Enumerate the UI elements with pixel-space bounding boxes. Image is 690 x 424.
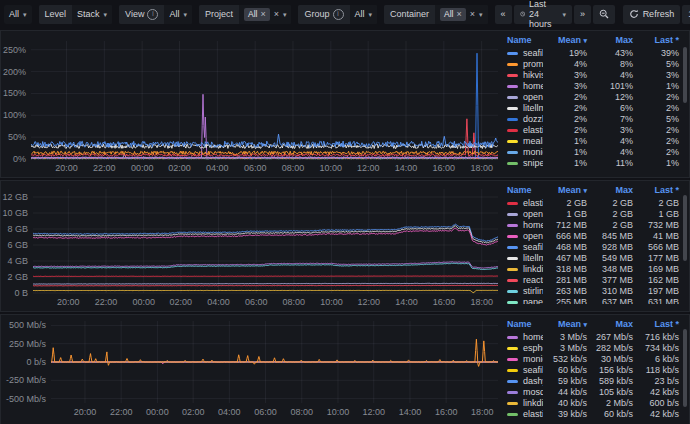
legend-row[interactable]: seafile 19% 43% 39% bbox=[505, 48, 681, 59]
series-name[interactable]: prometheus-linux bbox=[523, 59, 543, 69]
filter-level-value[interactable]: Stack bbox=[77, 9, 100, 19]
legend-row[interactable]: mosquitto 44 kb/s 105 kb/s 42 kb/s bbox=[505, 387, 681, 398]
filter-view[interactable]: View All▾ bbox=[119, 5, 192, 24]
legend-header-max[interactable]: Max bbox=[589, 35, 635, 48]
legend-header-last[interactable]: Last * bbox=[635, 319, 681, 332]
series-name[interactable]: seafile bbox=[523, 242, 543, 252]
series-name[interactable]: dozzle-agent bbox=[523, 114, 543, 124]
legend-header-name[interactable]: Name bbox=[505, 319, 543, 332]
memory-usage-chart[interactable]: 0 B2 GB4 GB6 GB8 GB10 GB12 GB20:0022:000… bbox=[1, 181, 501, 311]
legend-header-max[interactable]: Max bbox=[589, 319, 635, 332]
series-name[interactable]: mosquitto bbox=[523, 387, 543, 397]
series-name[interactable]: paperless bbox=[523, 297, 543, 304]
series-name[interactable]: elasticsearch bbox=[523, 198, 543, 208]
clear-all-icon[interactable]: × bbox=[274, 10, 279, 19]
legend-row[interactable]: dashy 59 kb/s 589 kb/s 23 b/s bbox=[505, 376, 681, 387]
legend-scrollbar[interactable] bbox=[683, 195, 687, 261]
series-name[interactable]: litellm bbox=[523, 103, 543, 113]
legend-row[interactable]: hikvision 3% 4% 3% bbox=[505, 70, 681, 81]
filter-level[interactable]: Level Stack▾ bbox=[39, 5, 113, 24]
legend-row[interactable]: openproject 2% 12% 2% bbox=[505, 92, 681, 103]
network-bandwidth-chart[interactable]: -500 Mb/s-250 Mb/s0 b/s250 Mb/s500 Mb/s2… bbox=[1, 315, 501, 424]
series-name[interactable]: mealie bbox=[523, 136, 543, 146]
legend-row[interactable]: linkding 40 kb/s 2 Mb/s 600 b/s bbox=[505, 398, 681, 409]
network-chart-area[interactable]: -500 Mb/s-250 Mb/s0 b/s250 Mb/s500 Mb/s2… bbox=[1, 315, 501, 424]
legend-row[interactable]: homeassistant 3% 101% 1% bbox=[505, 81, 681, 92]
series-name[interactable]: esphome bbox=[523, 343, 543, 353]
series-name[interactable]: monica bbox=[523, 354, 543, 364]
legend-row[interactable]: elasticsearch 2% 3% 2% bbox=[505, 125, 681, 136]
series-name[interactable]: hikvision bbox=[523, 70, 543, 80]
legend-header-name[interactable]: Name bbox=[505, 35, 543, 48]
legend-header-last[interactable]: Last * bbox=[635, 35, 681, 48]
filter-group-value[interactable]: All bbox=[355, 9, 365, 19]
cpu-chart-area[interactable]: 0%50%100%150%200%250%20:0022:0000:0002:0… bbox=[1, 31, 501, 177]
remove-chip-icon[interactable]: × bbox=[260, 10, 265, 19]
legend-row[interactable]: homeassistant 712 MB 2 GB 732 MB bbox=[505, 220, 681, 231]
legend-row[interactable]: esphome 3 Mb/s 282 Mb/s 734 kb/s bbox=[505, 343, 681, 354]
series-name[interactable]: litellm bbox=[523, 253, 543, 263]
series-name[interactable]: homeassistant bbox=[523, 220, 543, 230]
legend-row[interactable]: monica 1% 4% 2% bbox=[505, 147, 681, 158]
filter-view-value[interactable]: All bbox=[169, 9, 179, 19]
legend-row[interactable]: litellm 2% 6% 2% bbox=[505, 103, 681, 114]
legend-row[interactable]: reactive-resume 281 MB 377 MB 162 MB bbox=[505, 275, 681, 286]
legend-row[interactable]: dozzle-agent 2% 7% 5% bbox=[505, 114, 681, 125]
series-name[interactable]: homeassistant bbox=[523, 81, 543, 91]
legend-row[interactable]: prometheus-linux 4% 8% 5% bbox=[505, 59, 681, 70]
legend-row[interactable]: open-webui 666 MB 845 MB 41 MB bbox=[505, 231, 681, 242]
series-name[interactable]: open-webui bbox=[523, 231, 543, 241]
legend-row[interactable]: mealie 1% 4% 2% bbox=[505, 136, 681, 147]
refresh-button[interactable]: Refresh bbox=[623, 5, 681, 24]
legend-row[interactable]: snipe-it 1% 11% 1% bbox=[505, 158, 681, 169]
cpu-usage-chart[interactable]: 0%50%100%150%200%250%20:0022:0000:0002:0… bbox=[1, 31, 501, 177]
legend-scrollbar[interactable] bbox=[683, 47, 687, 103]
series-name[interactable]: elasticsearch bbox=[523, 125, 543, 135]
series-name[interactable]: linkding bbox=[523, 264, 543, 274]
series-name[interactable]: reactive-resume bbox=[523, 275, 543, 285]
legend-row[interactable]: linkding 318 MB 348 MB 169 MB bbox=[505, 264, 681, 275]
legend-row[interactable]: seafile 60 kb/s 156 kb/s 118 kb/s bbox=[505, 365, 681, 376]
series-name[interactable]: snipe-it bbox=[523, 158, 543, 168]
legend-header-last[interactable]: Last * bbox=[635, 185, 681, 198]
legend-row[interactable]: monica 532 kb/s 30 Mb/s 6 kb/s bbox=[505, 354, 681, 365]
legend-header-max[interactable]: Max bbox=[589, 185, 635, 198]
legend-header-name[interactable]: Name bbox=[505, 185, 543, 198]
series-name[interactable]: openproject bbox=[523, 209, 543, 219]
filter-dropdown-1[interactable]: All▾ bbox=[4, 5, 32, 24]
series-name[interactable]: dashy bbox=[523, 376, 543, 386]
filter-container-chip[interactable]: All× bbox=[440, 8, 466, 21]
series-name[interactable]: seafile bbox=[523, 365, 543, 375]
filter-project-chip[interactable]: All× bbox=[244, 8, 270, 21]
legend-row[interactable]: paperless 255 MB 637 MB 631 MB bbox=[505, 297, 681, 304]
time-shift-forward-button[interactable]: » bbox=[574, 5, 591, 24]
legend-row[interactable]: litellm 467 MB 549 MB 177 MB bbox=[505, 253, 681, 264]
series-name[interactable]: openproject bbox=[523, 92, 543, 102]
legend-row[interactable]: openproject 1 GB 2 GB 1 GB bbox=[505, 209, 681, 220]
time-range-picker[interactable]: Last 24 hours ▾ bbox=[514, 5, 572, 24]
time-shift-back-button[interactable]: « bbox=[495, 5, 512, 24]
memory-chart-area[interactable]: 0 B2 GB4 GB6 GB8 GB10 GB12 GB20:0022:000… bbox=[1, 181, 501, 311]
legend-row[interactable]: elasticsearch 2 GB 2 GB 2 GB bbox=[505, 198, 681, 209]
filter-group[interactable]: Group All▾ bbox=[298, 5, 377, 24]
series-name[interactable]: linkding bbox=[523, 398, 543, 408]
legend-row[interactable]: stirling-pdf 263 MB 310 MB 197 MB bbox=[505, 286, 681, 297]
filter-project[interactable]: Project All× × ▾ bbox=[199, 5, 292, 24]
series-name[interactable]: stirling-pdf bbox=[523, 286, 543, 296]
filter-container[interactable]: Container All× × ▾ bbox=[384, 5, 488, 24]
legend-scrollbar[interactable] bbox=[683, 329, 687, 407]
series-name[interactable]: monica bbox=[523, 147, 543, 157]
remove-chip-icon[interactable]: × bbox=[457, 10, 462, 19]
legend-row[interactable]: elasticsearch 39 kb/s 60 kb/s 42 kb/s bbox=[505, 409, 681, 420]
clear-all-icon[interactable]: × bbox=[470, 10, 475, 19]
refresh-interval-dropdown[interactable]: 1m ▾ bbox=[682, 5, 690, 24]
series-name[interactable]: homeassistant bbox=[523, 332, 543, 342]
legend-header-mean[interactable]: Mean ▾ bbox=[543, 319, 589, 332]
zoom-out-button[interactable] bbox=[593, 5, 615, 24]
legend-row[interactable]: seafile 468 MB 928 MB 566 MB bbox=[505, 242, 681, 253]
series-name[interactable]: elasticsearch bbox=[523, 409, 543, 419]
filter-1-value[interactable]: All bbox=[9, 9, 19, 19]
legend-header-mean[interactable]: Mean ▾ bbox=[543, 185, 589, 198]
legend-header-mean[interactable]: Mean ▾ bbox=[543, 35, 589, 48]
series-name[interactable]: seafile bbox=[523, 48, 543, 58]
